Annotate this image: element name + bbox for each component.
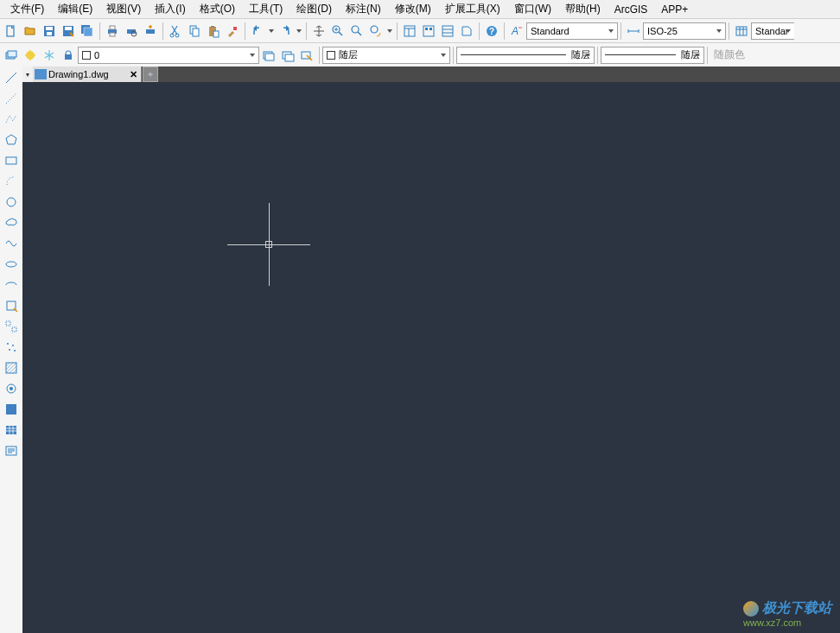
layer-match-button[interactable] bbox=[297, 46, 316, 65]
lineweight-combo[interactable]: 随层 bbox=[601, 47, 704, 64]
menu-insert[interactable]: 插入(I) bbox=[148, 0, 192, 18]
drawing-canvas[interactable]: 极光下载站 www.xz7.com bbox=[22, 82, 840, 633]
watermark: 极光下载站 www.xz7.com bbox=[743, 599, 831, 628]
zoom-realtime-button[interactable] bbox=[328, 22, 347, 41]
svg-rect-47 bbox=[6, 321, 10, 326]
zoom-dropdown[interactable] bbox=[385, 29, 394, 33]
cut-button[interactable] bbox=[166, 22, 185, 41]
properties-button[interactable] bbox=[400, 22, 419, 41]
svg-point-55 bbox=[10, 387, 13, 390]
svg-rect-9 bbox=[110, 26, 115, 29]
copy-button[interactable] bbox=[185, 22, 204, 41]
table-tool[interactable] bbox=[2, 421, 21, 440]
tab-close-button[interactable]: ✕ bbox=[130, 69, 137, 80]
insert-block-tool[interactable] bbox=[2, 296, 21, 315]
menu-tools[interactable]: 工具(T) bbox=[242, 0, 290, 18]
menu-edit[interactable]: 编辑(E) bbox=[51, 0, 99, 18]
text-style-icon[interactable]: A bbox=[507, 22, 526, 41]
menu-format[interactable]: 格式(O) bbox=[193, 0, 242, 18]
open-button[interactable] bbox=[21, 22, 40, 41]
print-preview-button[interactable] bbox=[122, 22, 141, 41]
menu-arcgis[interactable]: ArcGIS bbox=[608, 2, 655, 17]
menu-file[interactable]: 文件(F) bbox=[3, 0, 51, 18]
svg-text:?: ? bbox=[489, 27, 494, 36]
construction-line-tool[interactable] bbox=[2, 89, 21, 108]
layer-combo[interactable]: 0 bbox=[78, 47, 259, 64]
line-tool[interactable] bbox=[2, 68, 21, 87]
circle-tool[interactable] bbox=[2, 193, 21, 212]
svg-point-24 bbox=[371, 26, 378, 33]
redo-dropdown[interactable] bbox=[295, 29, 303, 33]
sheet-set-button[interactable] bbox=[457, 22, 476, 41]
save-button[interactable] bbox=[40, 22, 59, 41]
document-tab-active[interactable]: Drawing1.dwg ✕ bbox=[33, 66, 142, 82]
polyline-tool[interactable] bbox=[2, 110, 21, 129]
print-button[interactable] bbox=[103, 22, 122, 41]
mtext-tool[interactable] bbox=[2, 441, 21, 460]
ellipse-tool[interactable] bbox=[2, 255, 21, 274]
svg-rect-33 bbox=[736, 27, 747, 35]
menu-window[interactable]: 窗口(W) bbox=[507, 0, 558, 18]
paste-button[interactable] bbox=[204, 22, 223, 41]
svg-point-50 bbox=[12, 345, 14, 346]
undo-button[interactable] bbox=[248, 22, 267, 41]
menu-annotate[interactable]: 标注(N) bbox=[339, 0, 388, 18]
undo-dropdown[interactable] bbox=[267, 29, 276, 33]
svg-point-51 bbox=[9, 349, 10, 351]
menu-ext-tools[interactable]: 扩展工具(X) bbox=[438, 0, 507, 18]
saveall-button[interactable] bbox=[78, 22, 97, 41]
tool-palettes-button[interactable] bbox=[438, 22, 457, 41]
layer-isolate-button[interactable] bbox=[278, 46, 297, 65]
zoom-window-button[interactable] bbox=[347, 22, 366, 41]
table-style-value: Standar bbox=[755, 26, 789, 36]
layer-lock-button[interactable] bbox=[59, 46, 78, 65]
layer-color-swatch bbox=[82, 51, 91, 60]
layer-states-button[interactable] bbox=[21, 46, 40, 65]
layer-freeze-button[interactable] bbox=[40, 46, 59, 65]
arc-tool[interactable] bbox=[2, 172, 21, 191]
region-tool[interactable] bbox=[2, 400, 21, 419]
point-tool[interactable] bbox=[2, 338, 21, 357]
polygon-tool[interactable] bbox=[2, 130, 21, 149]
redo-button[interactable] bbox=[276, 22, 295, 41]
layer-properties-button[interactable] bbox=[2, 46, 21, 65]
help-button[interactable]: ? bbox=[482, 22, 501, 41]
hatch-tool[interactable] bbox=[2, 358, 21, 377]
table-style-combo[interactable]: Standar bbox=[751, 22, 794, 40]
menu-draw[interactable]: 绘图(D) bbox=[290, 0, 339, 18]
table-style-icon[interactable] bbox=[732, 22, 751, 41]
svg-point-44 bbox=[7, 198, 16, 206]
linetype-combo[interactable]: 随层 bbox=[456, 47, 595, 64]
svg-rect-10 bbox=[110, 33, 115, 36]
new-button[interactable] bbox=[2, 22, 21, 41]
zoom-previous-button[interactable] bbox=[366, 22, 385, 41]
rectangle-tool[interactable] bbox=[2, 151, 21, 170]
tab-list-dropdown[interactable] bbox=[22, 66, 33, 82]
svg-rect-19 bbox=[211, 26, 214, 28]
design-center-button[interactable] bbox=[419, 22, 438, 41]
new-tab-button[interactable]: ＋ bbox=[143, 66, 158, 82]
menu-help[interactable]: 帮助(H) bbox=[558, 0, 608, 18]
dim-style-value: ISO-25 bbox=[647, 26, 678, 36]
svg-rect-21 bbox=[233, 27, 237, 30]
layer-previous-button[interactable] bbox=[259, 46, 278, 65]
gradient-tool[interactable] bbox=[2, 379, 21, 398]
ellipse-arc-tool[interactable] bbox=[2, 275, 21, 294]
menu-app-plus[interactable]: APP+ bbox=[654, 2, 695, 17]
spline-tool[interactable] bbox=[2, 234, 21, 253]
dim-style-combo[interactable]: ISO-25 bbox=[643, 22, 726, 40]
revision-cloud-tool[interactable] bbox=[2, 213, 21, 232]
match-properties-button[interactable] bbox=[223, 22, 242, 41]
svg-rect-29 bbox=[442, 26, 453, 36]
menu-modify[interactable]: 修改(M) bbox=[388, 0, 438, 18]
make-block-tool[interactable] bbox=[2, 317, 21, 336]
color-combo[interactable]: 随层 bbox=[322, 47, 450, 64]
pan-button[interactable] bbox=[309, 22, 328, 41]
text-style-combo[interactable]: Standard bbox=[526, 22, 618, 40]
menu-view[interactable]: 视图(V) bbox=[99, 0, 148, 18]
saveas-button[interactable] bbox=[59, 22, 78, 41]
toolbar-layers: 0 随层 随层 随层 随颜色 bbox=[0, 42, 840, 66]
dim-style-icon[interactable] bbox=[624, 22, 643, 41]
publish-button[interactable] bbox=[141, 22, 160, 41]
svg-rect-20 bbox=[213, 31, 219, 37]
